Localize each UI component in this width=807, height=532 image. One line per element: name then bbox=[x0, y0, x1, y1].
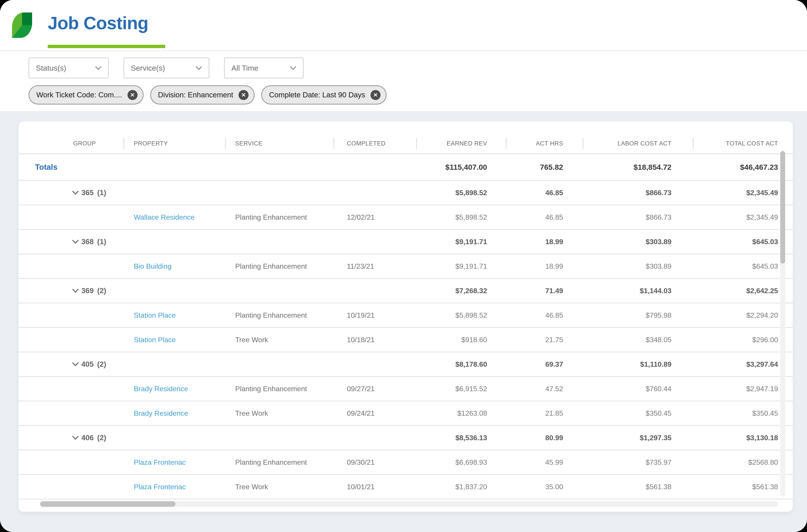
act-hrs-cell: 35.00 bbox=[506, 475, 583, 499]
completed-cell: 11/23/21 bbox=[333, 254, 416, 278]
labor-cost-act-cell: $866.73 bbox=[583, 205, 693, 229]
status-dropdown[interactable]: Status(s) bbox=[29, 57, 109, 78]
labor-cost-act-cell: $760.44 bbox=[583, 377, 693, 401]
property-link[interactable]: Plaza Frontenac bbox=[134, 458, 186, 467]
totals-row: Totals $115,407.00 765.82 $18,854.72 $46… bbox=[19, 154, 793, 181]
table-row: Brady Residence Tree Work 09/24/21 $1263… bbox=[19, 401, 793, 426]
property-link[interactable]: Station Place bbox=[134, 311, 176, 320]
group-count: (1) bbox=[97, 188, 106, 197]
service-dropdown[interactable]: Service(s) bbox=[124, 57, 209, 78]
group-count: (2) bbox=[97, 434, 106, 442]
date-range-dropdown-label: All Time bbox=[232, 64, 258, 72]
labor-cost-act-cell: $350.45 bbox=[583, 401, 693, 425]
group-row-405: 405 (2) $8,178.60 69.37 $1,110.89 $3,297… bbox=[19, 353, 793, 377]
table-row: Plaza Frontenac Planting Enhancement 09/… bbox=[19, 451, 793, 475]
service-cell: Planting Enhancement bbox=[225, 303, 333, 327]
group-count: (2) bbox=[97, 286, 106, 295]
property-link[interactable]: Station Place bbox=[134, 336, 176, 344]
total-cost-act-cell: $2568.80 bbox=[693, 451, 793, 474]
group-row-369: 369 (2) $7,268.32 71.49 $1,144.03 $2,642… bbox=[19, 279, 793, 303]
column-header-total-cost-act[interactable]: TOTAL COST ACT bbox=[693, 134, 793, 153]
completed-cell: 10/01/21 bbox=[333, 475, 416, 499]
group-count: (2) bbox=[97, 360, 106, 368]
group-label: 365 bbox=[81, 188, 94, 197]
horizontal-scrollbar[interactable] bbox=[40, 501, 778, 507]
leaf-logo-dark-quadrant bbox=[22, 13, 32, 25]
property-link[interactable]: Brady Residence bbox=[134, 385, 188, 393]
act-hrs-cell: 47.52 bbox=[506, 377, 583, 401]
service-cell: Planting Enhancement bbox=[225, 451, 333, 474]
group-labor-cost-act: $303.89 bbox=[583, 230, 693, 253]
completed-cell: 09/30/21 bbox=[333, 451, 416, 474]
filter-section: Status(s) Service(s) All Time Work Ticke… bbox=[0, 51, 807, 111]
group-earned-rev: $7,268.32 bbox=[416, 279, 506, 303]
date-range-dropdown[interactable]: All Time bbox=[224, 57, 304, 78]
group-total-cost-act: $3,297.64 bbox=[693, 353, 793, 376]
column-header-service[interactable]: SERVICE bbox=[225, 134, 333, 153]
service-dropdown-label: Service(s) bbox=[131, 64, 165, 72]
total-cost-act-cell: $2,345.49 bbox=[693, 205, 793, 229]
group-earned-rev: $8,536.13 bbox=[416, 426, 506, 450]
group-labor-cost-act: $1,297.35 bbox=[583, 426, 693, 450]
earned-rev-cell: $918.60 bbox=[416, 328, 506, 352]
column-header-earned-rev[interactable]: EARNED REV bbox=[416, 134, 506, 153]
service-cell: Tree Work bbox=[225, 475, 333, 499]
leaf-logo-base bbox=[12, 13, 32, 38]
chevron-down-icon[interactable] bbox=[72, 286, 79, 293]
filter-chip-complete-date[interactable]: Complete Date: Last 90 Days ✕ bbox=[261, 85, 387, 104]
chevron-down-icon[interactable] bbox=[72, 237, 79, 244]
act-hrs-cell: 21.75 bbox=[506, 328, 583, 352]
earned-rev-cell: $1263.08 bbox=[416, 401, 506, 425]
vertical-scrollbar-thumb[interactable] bbox=[780, 151, 785, 264]
total-cost-act-cell: $645.03 bbox=[693, 254, 793, 278]
property-link[interactable]: Wallace Residence bbox=[134, 213, 195, 222]
page-title: Job Costing bbox=[48, 13, 148, 33]
group-label: 405 bbox=[81, 360, 94, 368]
remove-filter-icon[interactable]: ✕ bbox=[370, 90, 381, 100]
labor-cost-act-cell: $303.89 bbox=[583, 254, 693, 278]
labor-cost-act-cell: $735.97 bbox=[583, 451, 693, 474]
group-label: 406 bbox=[81, 434, 94, 442]
group-act-hrs: 80.99 bbox=[506, 426, 583, 450]
group-total-cost-act: $3,130.18 bbox=[693, 426, 793, 450]
content-area: GROUP PROPERTY SERVICE COMPLETED EARNED … bbox=[0, 112, 807, 532]
total-cost-act-cell: $2,294.20 bbox=[693, 303, 793, 327]
group-labor-cost-act: $866.73 bbox=[583, 181, 693, 205]
chevron-down-icon[interactable] bbox=[72, 433, 79, 440]
property-link[interactable]: Bio Building bbox=[134, 262, 171, 270]
group-earned-rev: $9,191.71 bbox=[416, 230, 506, 253]
leaf-logo-icon bbox=[12, 13, 32, 38]
completed-cell: 12/02/21 bbox=[333, 205, 416, 229]
service-cell: Tree Work bbox=[225, 328, 333, 352]
property-link[interactable]: Brady Residence bbox=[134, 409, 188, 417]
labor-cost-act-cell: $561.38 bbox=[583, 475, 693, 499]
filter-chip-row: Work Ticket Code: Com.... ✕ Division: En… bbox=[29, 85, 387, 104]
vertical-scrollbar[interactable] bbox=[780, 151, 785, 496]
column-header-group[interactable]: GROUP bbox=[19, 134, 124, 153]
column-header-act-hrs[interactable]: ACT HRS bbox=[506, 134, 583, 153]
remove-filter-icon[interactable]: ✕ bbox=[239, 90, 249, 100]
column-header-completed[interactable]: COMPLETED bbox=[333, 134, 416, 153]
filter-chip-work-ticket-code[interactable]: Work Ticket Code: Com.... ✕ bbox=[29, 85, 144, 104]
total-cost-act-cell: $350.45 bbox=[693, 401, 793, 425]
chevron-down-icon[interactable] bbox=[72, 188, 79, 195]
filter-chip-division[interactable]: Division: Enhancement ✕ bbox=[150, 85, 255, 104]
property-link[interactable]: Plaza Frontenac bbox=[134, 483, 186, 491]
labor-cost-act-cell: $348.05 bbox=[583, 328, 693, 352]
act-hrs-cell: 21.85 bbox=[506, 401, 583, 425]
horizontal-scrollbar-thumb[interactable] bbox=[40, 501, 176, 507]
chevron-down-icon[interactable] bbox=[72, 360, 79, 366]
remove-filter-icon[interactable]: ✕ bbox=[128, 90, 137, 100]
filter-chip-label: Complete Date: Last 90 Days bbox=[269, 91, 365, 99]
column-header-labor-cost-act[interactable]: LABOR COST ACT bbox=[583, 134, 693, 153]
service-cell: Planting Enhancement bbox=[225, 377, 333, 401]
total-cost-act-cell: $2,947.19 bbox=[693, 377, 793, 401]
group-earned-rev: $8,178.60 bbox=[416, 353, 506, 376]
completed-cell: 10/19/21 bbox=[333, 303, 416, 327]
column-header-property[interactable]: PROPERTY bbox=[124, 134, 225, 153]
group-total-cost-act: $2,642.25 bbox=[693, 279, 793, 303]
group-total-cost-act: $2,345.49 bbox=[693, 181, 793, 205]
act-hrs-cell: 46.85 bbox=[506, 303, 583, 327]
labor-cost-act-cell: $795.98 bbox=[583, 303, 693, 327]
group-earned-rev: $5,898.52 bbox=[416, 181, 506, 205]
